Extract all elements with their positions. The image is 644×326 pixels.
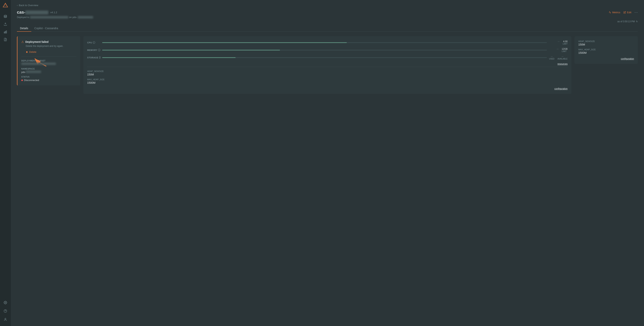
- max-heap-value: 1500M: [87, 81, 568, 84]
- delete-icon: [26, 51, 28, 53]
- memory-label: MEMORY i: [87, 49, 100, 51]
- max-heap-item: MAX_HEAP_SIZE 1500M: [87, 78, 568, 84]
- heap-newsize-value: 150M: [87, 73, 568, 76]
- back-to-overview-link[interactable]: ‹ Back to Overview: [17, 4, 638, 7]
- edit-button[interactable]: Edit: [624, 11, 631, 14]
- cpu-bar: [102, 42, 547, 43]
- right-max-heap-value: 1500M: [578, 51, 634, 54]
- version-badge: v4.1.2: [50, 11, 57, 14]
- page-title: cas-: [17, 10, 48, 15]
- status-value: Disconnected: [24, 79, 39, 82]
- failed-header: ⚠ Deployment failed: [21, 40, 76, 44]
- resources-config-link[interactable]: configuration: [554, 87, 568, 90]
- namespace-blurred: [78, 16, 93, 18]
- status-row: Disconnected: [21, 79, 76, 82]
- deployment-failed-card: ⚠ Deployment failed Delete the deploymen…: [17, 36, 80, 86]
- timestamp-row: as of 3:50:13 PM ↻: [17, 20, 638, 23]
- back-link-label: Back to Overview: [19, 4, 38, 7]
- namespace-value-blurred: [26, 71, 41, 73]
- storage-avail-dots: ···: [558, 55, 568, 58]
- back-arrow-icon: ‹: [17, 4, 18, 7]
- more-options-button[interactable]: ⋯: [634, 10, 638, 14]
- sidebar-item-analytics[interactable]: [2, 28, 9, 35]
- cpu-row: CPU i ··· 4.00 LIMIT: [87, 40, 568, 45]
- sidebar: [0, 0, 11, 326]
- namespace-label: NAMESPACE: [21, 68, 76, 70]
- cpu-values: ··· 4.00 LIMIT: [548, 40, 568, 45]
- page-header: cas- v4.1.2 Deployed to on pds- Metrics: [17, 10, 638, 18]
- heap-newsize-key: HEAP_NEWSIZE: [87, 70, 568, 72]
- right-heap-newsize-value: 150M: [578, 43, 634, 46]
- memory-bar: [102, 50, 547, 50]
- tabs-bar: Details Copilot - Cassandra: [17, 25, 638, 32]
- memory-row: MEMORY i ··· 12GB LIMIT: [87, 48, 568, 52]
- sidebar-item-database[interactable]: [2, 13, 9, 20]
- deployment-target-label: DEPLOYMENT TARGET: [21, 60, 76, 62]
- sidebar-item-profile[interactable]: [2, 316, 9, 323]
- failed-title: Deployment failed: [25, 40, 48, 44]
- right-heap-newsize-item: HEAP_NEWSIZE 150M: [578, 40, 634, 46]
- delete-button[interactable]: Delete: [21, 50, 36, 53]
- right-config-card: HEAP_NEWSIZE 150M MAX_HEAP_SIZE 1500M co…: [574, 36, 638, 64]
- memory-dots: ···: [557, 48, 558, 50]
- title-row: cas- v4.1.2: [17, 10, 93, 15]
- right-max-heap-key: MAX_HEAP_SIZE: [578, 48, 634, 51]
- main-content: ‹ Back to Overview cas- v4.1.2 Deployed …: [11, 0, 644, 326]
- cpu-limit: 4.00: [562, 40, 568, 43]
- tab-details[interactable]: Details: [17, 25, 31, 32]
- memory-limit-sub: LIMIT: [562, 50, 568, 52]
- svg-rect-5: [5, 31, 6, 33]
- status-label: STATUS: [21, 76, 76, 78]
- cpu-info-icon[interactable]: i: [93, 41, 95, 44]
- storage-values: ··· USED ··· AVAILABLE: [548, 55, 568, 60]
- right-config-link-row: configuration: [578, 58, 634, 60]
- storage-bar: [102, 57, 547, 58]
- deployment-target-value: [21, 62, 76, 66]
- cpu-dots: ···: [558, 40, 560, 43]
- memory-values: ··· 12GB LIMIT: [548, 48, 568, 52]
- svg-point-2: [4, 15, 7, 16]
- header-left: cas- v4.1.2 Deployed to on pds-: [17, 10, 93, 18]
- cards-grid: ⚠ Deployment failed Delete the deploymen…: [17, 36, 638, 94]
- svg-rect-6: [6, 31, 6, 33]
- svg-point-10: [4, 310, 7, 312]
- deployment-info: DEPLOYMENT TARGET NAMESPACE pds- STATUS …: [21, 56, 76, 82]
- right-max-heap-item: MAX_HEAP_SIZE 1500M: [578, 48, 634, 54]
- app-logo[interactable]: [2, 2, 8, 8]
- namespace-prefix-label: pds-: [72, 16, 77, 18]
- storage-label: STORAGE i: [87, 56, 100, 59]
- timestamp-label: as of 3:50:13 PM: [617, 20, 635, 23]
- deployment-target-blurred: [21, 62, 56, 65]
- svg-rect-4: [4, 32, 4, 33]
- right-config-link[interactable]: configuration: [621, 58, 634, 60]
- sidebar-item-settings[interactable]: [2, 299, 9, 306]
- storage-avail-sub: AVAILABLE: [558, 58, 568, 60]
- metrics-icon: [609, 11, 611, 14]
- metrics-button[interactable]: Metrics: [609, 11, 620, 14]
- resources-card: CPU i ··· 4.00 LIMIT: [83, 36, 572, 94]
- storage-info-icon[interactable]: i: [99, 56, 100, 59]
- svg-point-9: [5, 302, 6, 303]
- resources-config-section: HEAP_NEWSIZE 150M MAX_HEAP_SIZE 1500M co…: [87, 67, 568, 90]
- refresh-icon[interactable]: ↻: [636, 20, 638, 23]
- title-blurred-segment: [25, 10, 48, 14]
- sidebar-item-upload[interactable]: [2, 21, 9, 28]
- resources-link[interactable]: resources: [558, 62, 568, 65]
- max-heap-key: MAX_HEAP_SIZE: [87, 78, 568, 81]
- resources-config-link-row: configuration: [87, 87, 568, 90]
- warning-icon: ⚠: [21, 40, 24, 44]
- memory-info-icon[interactable]: i: [98, 49, 100, 51]
- sidebar-item-help[interactable]: [2, 308, 9, 314]
- cpu-limit-sub: LIMIT: [562, 43, 568, 45]
- heap-newsize-item: HEAP_NEWSIZE 150M: [87, 70, 568, 76]
- memory-limit: 12GB: [562, 48, 568, 50]
- sidebar-item-billing[interactable]: [2, 36, 9, 43]
- namespace-value: pds-: [21, 71, 76, 74]
- tab-copilot[interactable]: Copilot - Cassandra: [31, 25, 61, 32]
- subtitle: Deployed to on pds-: [17, 16, 93, 18]
- right-heap-newsize-key: HEAP_NEWSIZE: [578, 40, 634, 42]
- status-dot: [21, 80, 23, 81]
- failed-subtitle: Delete the deployment and try again.: [21, 45, 76, 48]
- cpu-label: CPU i: [87, 41, 100, 44]
- storage-used-dots: ···: [549, 55, 554, 58]
